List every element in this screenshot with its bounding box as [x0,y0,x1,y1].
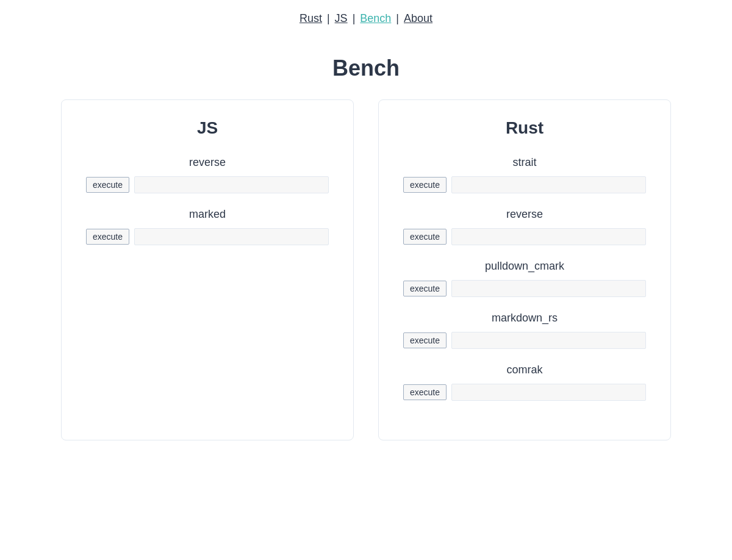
rust-strait-item: strait execute [403,156,646,193]
js-marked-name: marked [86,208,329,221]
nav-about[interactable]: About [404,12,432,25]
navigation: Rust | JS | Bench | About [0,0,732,31]
rust-reverse-controls: execute [403,228,646,245]
rust-card: Rust strait execute reverse execute pull… [378,99,671,440]
js-card: JS reverse execute marked execute [61,99,354,440]
rust-reverse-execute-button[interactable]: execute [403,229,447,245]
js-reverse-result-input[interactable] [134,176,329,193]
rust-pulldown-name: pulldown_cmark [403,260,646,273]
js-marked-controls: execute [86,228,329,245]
rust-markdown-rs-name: markdown_rs [403,312,646,325]
rust-pulldown-execute-button[interactable]: execute [403,281,447,296]
nav-sep-1: | [327,12,330,25]
js-reverse-name: reverse [86,156,329,169]
nav-rust[interactable]: Rust [300,12,322,25]
rust-markdown-rs-controls: execute [403,332,646,349]
rust-strait-name: strait [403,156,646,169]
rust-comrak-execute-button[interactable]: execute [403,384,447,400]
rust-strait-controls: execute [403,176,646,193]
rust-pulldown-result-input[interactable] [451,280,646,297]
rust-card-title: Rust [403,118,646,138]
js-marked-execute-button[interactable]: execute [86,229,129,245]
rust-markdown-rs-result-input[interactable] [451,332,646,349]
rust-comrak-result-input[interactable] [451,384,646,401]
js-card-title: JS [86,118,329,138]
rust-markdown-rs-item: markdown_rs execute [403,312,646,349]
js-reverse-execute-button[interactable]: execute [86,177,129,193]
js-marked-result-input[interactable] [134,228,329,245]
nav-sep-3: | [396,12,399,25]
rust-strait-execute-button[interactable]: execute [403,177,447,193]
rust-strait-result-input[interactable] [451,176,646,193]
rust-reverse-result-input[interactable] [451,228,646,245]
nav-js[interactable]: JS [335,12,348,25]
rust-comrak-item: comrak execute [403,364,646,401]
page-title: Bench [0,56,732,81]
nav-bench[interactable]: Bench [360,12,391,25]
js-reverse-controls: execute [86,176,329,193]
nav-sep-2: | [353,12,356,25]
js-reverse-item: reverse execute [86,156,329,193]
rust-markdown-rs-execute-button[interactable]: execute [403,332,447,348]
rust-pulldown-controls: execute [403,280,646,297]
rust-comrak-name: comrak [403,364,646,376]
rust-pulldown-item: pulldown_cmark execute [403,260,646,297]
rust-reverse-name: reverse [403,208,646,221]
bench-container: JS reverse execute marked execute Rust s… [0,99,732,440]
js-marked-item: marked execute [86,208,329,245]
rust-reverse-item: reverse execute [403,208,646,245]
rust-comrak-controls: execute [403,384,646,401]
